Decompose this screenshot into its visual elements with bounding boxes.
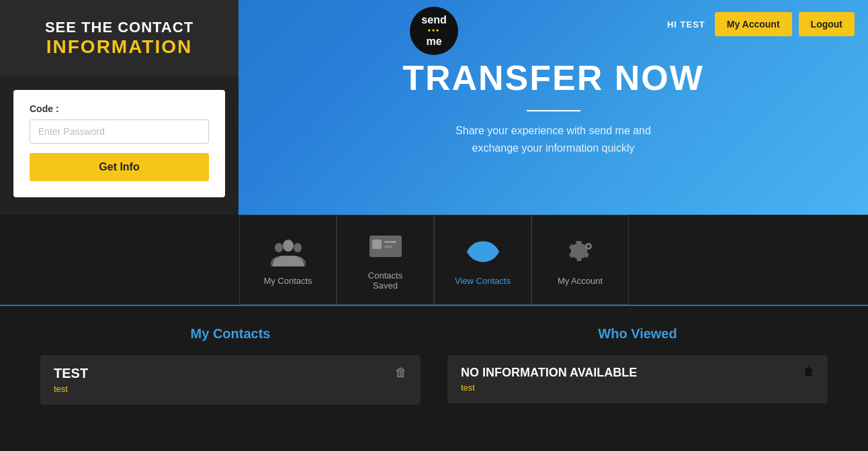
delete-contact-icon[interactable]: 🗑: [395, 366, 407, 380]
card-icon: [368, 229, 403, 264]
lower-section: My Contacts TEST test 🗑 Who Viewed NO IN…: [0, 306, 868, 425]
hero-desc-line1: Share your experience with send me and: [455, 122, 651, 140]
icon-nav-row: My Contacts Contacts Saved View Contacts: [0, 215, 868, 306]
svg-point-0: [283, 240, 294, 252]
contact-sub: test: [54, 384, 88, 394]
logo-dots: •••: [428, 26, 441, 36]
svg-point-13: [587, 245, 590, 248]
left-panel-title: SEE THE CONTACT INFORMATION: [0, 0, 238, 77]
who-viewed-col: Who Viewed NO INFORMATION AVAILABLE test…: [447, 326, 828, 405]
eye-icon: [466, 234, 501, 269]
svg-point-9: [483, 248, 486, 251]
hero-desc-line2: exchange your information quickly: [472, 140, 635, 157]
contact-card: TEST test 🗑: [40, 355, 421, 405]
svg-point-1: [275, 243, 283, 252]
nav-label-my-contacts: My Contacts: [263, 276, 312, 286]
no-info-name: NO INFORMATION AVAILABLE: [461, 366, 637, 380]
svg-rect-4: [372, 240, 382, 249]
information-text: INFORMATION: [20, 36, 218, 58]
logo: send ••• me: [410, 7, 458, 55]
hero-divider: [527, 110, 580, 111]
my-contacts-title: My Contacts: [40, 326, 421, 342]
logo-circle: send ••• me: [410, 7, 458, 55]
logout-button[interactable]: Logout: [799, 12, 855, 36]
code-input[interactable]: [30, 119, 209, 144]
nav-item-my-account[interactable]: My Account: [531, 215, 629, 305]
nav-item-contacts-saved[interactable]: Contacts Saved: [337, 215, 434, 305]
svg-rect-5: [384, 241, 396, 243]
my-contacts-col: My Contacts TEST test 🗑: [40, 326, 421, 405]
people-icon: [271, 234, 306, 269]
left-panel: SEE THE CONTACT INFORMATION Code : Get I…: [0, 0, 238, 215]
nav-label-contacts-saved: Contacts Saved: [357, 270, 413, 291]
nav-label-my-account: My Account: [558, 276, 603, 286]
svg-point-2: [294, 243, 302, 252]
code-form: Code : Get Info: [13, 90, 225, 197]
code-label: Code :: [30, 103, 209, 114]
delete-no-info-icon[interactable]: 🗑: [804, 366, 814, 378]
my-account-button[interactable]: My Account: [715, 12, 792, 36]
contact-name: TEST: [54, 366, 88, 381]
svg-rect-6: [384, 246, 392, 248]
get-info-button[interactable]: Get Info: [30, 153, 209, 181]
no-info-card: NO INFORMATION AVAILABLE test 🗑: [447, 355, 828, 403]
who-viewed-title: Who Viewed: [447, 326, 828, 342]
no-info-sub: test: [461, 383, 637, 393]
logo-send-text: send: [421, 14, 446, 26]
hero-title: TRANSFER NOW: [402, 58, 704, 98]
nav-item-view-contacts[interactable]: View Contacts: [434, 215, 531, 305]
hero-section: SEE THE CONTACT INFORMATION Code : Get I…: [0, 0, 868, 215]
see-the-contact-text: SEE THE CONTACT: [20, 19, 218, 36]
gear-icon: [563, 234, 598, 269]
no-info-card-info: NO INFORMATION AVAILABLE test: [461, 366, 637, 393]
contact-card-info: TEST test: [54, 366, 88, 394]
logo-me-text: me: [426, 36, 441, 48]
nav-item-my-contacts[interactable]: My Contacts: [239, 215, 337, 305]
nav-label-view-contacts: View Contacts: [455, 276, 511, 286]
top-nav: HI TEST My Account Logout: [667, 12, 855, 36]
greeting-text: HI TEST: [667, 19, 705, 30]
